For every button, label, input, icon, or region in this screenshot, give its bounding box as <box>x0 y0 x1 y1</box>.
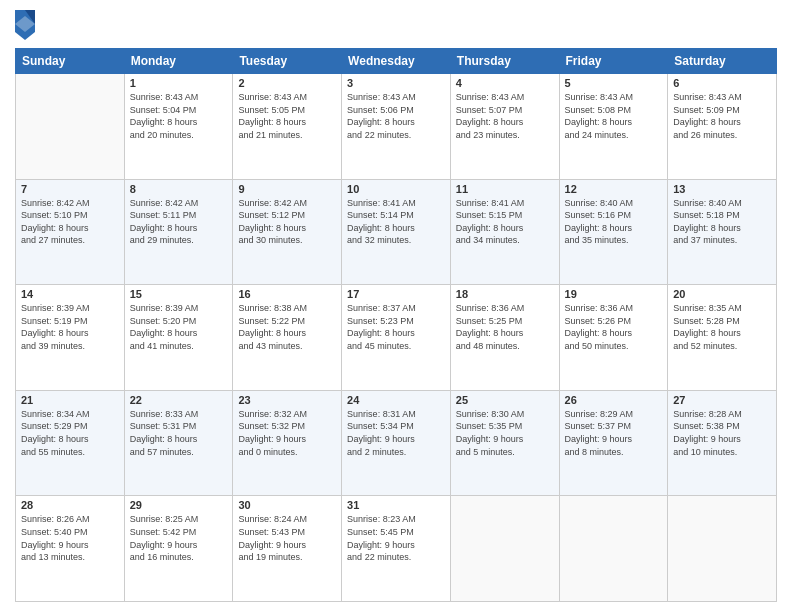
calendar-cell: 22Sunrise: 8:33 AMSunset: 5:31 PMDayligh… <box>124 390 233 496</box>
calendar-cell: 3Sunrise: 8:43 AMSunset: 5:06 PMDaylight… <box>342 74 451 180</box>
calendar-cell: 29Sunrise: 8:25 AMSunset: 5:42 PMDayligh… <box>124 496 233 602</box>
weekday-header-wednesday: Wednesday <box>342 49 451 74</box>
day-info: Sunrise: 8:25 AMSunset: 5:42 PMDaylight:… <box>130 513 228 563</box>
day-info: Sunrise: 8:41 AMSunset: 5:15 PMDaylight:… <box>456 197 554 247</box>
day-info: Sunrise: 8:35 AMSunset: 5:28 PMDaylight:… <box>673 302 771 352</box>
calendar-cell: 2Sunrise: 8:43 AMSunset: 5:05 PMDaylight… <box>233 74 342 180</box>
day-number: 11 <box>456 183 554 195</box>
calendar-cell: 23Sunrise: 8:32 AMSunset: 5:32 PMDayligh… <box>233 390 342 496</box>
day-info: Sunrise: 8:42 AMSunset: 5:10 PMDaylight:… <box>21 197 119 247</box>
calendar-cell: 21Sunrise: 8:34 AMSunset: 5:29 PMDayligh… <box>16 390 125 496</box>
day-number: 2 <box>238 77 336 89</box>
calendar-cell: 7Sunrise: 8:42 AMSunset: 5:10 PMDaylight… <box>16 179 125 285</box>
weekday-header-friday: Friday <box>559 49 668 74</box>
day-number: 24 <box>347 394 445 406</box>
calendar-cell <box>16 74 125 180</box>
day-number: 15 <box>130 288 228 300</box>
calendar-cell: 31Sunrise: 8:23 AMSunset: 5:45 PMDayligh… <box>342 496 451 602</box>
logo <box>15 10 39 40</box>
day-info: Sunrise: 8:43 AMSunset: 5:05 PMDaylight:… <box>238 91 336 141</box>
day-info: Sunrise: 8:32 AMSunset: 5:32 PMDaylight:… <box>238 408 336 458</box>
weekday-header-saturday: Saturday <box>668 49 777 74</box>
day-number: 14 <box>21 288 119 300</box>
calendar-cell: 1Sunrise: 8:43 AMSunset: 5:04 PMDaylight… <box>124 74 233 180</box>
day-info: Sunrise: 8:26 AMSunset: 5:40 PMDaylight:… <box>21 513 119 563</box>
day-number: 1 <box>130 77 228 89</box>
day-info: Sunrise: 8:36 AMSunset: 5:26 PMDaylight:… <box>565 302 663 352</box>
calendar-cell: 8Sunrise: 8:42 AMSunset: 5:11 PMDaylight… <box>124 179 233 285</box>
day-number: 31 <box>347 499 445 511</box>
day-info: Sunrise: 8:33 AMSunset: 5:31 PMDaylight:… <box>130 408 228 458</box>
day-number: 29 <box>130 499 228 511</box>
calendar-cell: 13Sunrise: 8:40 AMSunset: 5:18 PMDayligh… <box>668 179 777 285</box>
day-info: Sunrise: 8:40 AMSunset: 5:18 PMDaylight:… <box>673 197 771 247</box>
day-info: Sunrise: 8:43 AMSunset: 5:06 PMDaylight:… <box>347 91 445 141</box>
calendar-cell: 20Sunrise: 8:35 AMSunset: 5:28 PMDayligh… <box>668 285 777 391</box>
calendar-cell: 27Sunrise: 8:28 AMSunset: 5:38 PMDayligh… <box>668 390 777 496</box>
day-info: Sunrise: 8:31 AMSunset: 5:34 PMDaylight:… <box>347 408 445 458</box>
calendar-table: SundayMondayTuesdayWednesdayThursdayFrid… <box>15 48 777 602</box>
day-number: 23 <box>238 394 336 406</box>
weekday-header-thursday: Thursday <box>450 49 559 74</box>
calendar-cell: 4Sunrise: 8:43 AMSunset: 5:07 PMDaylight… <box>450 74 559 180</box>
calendar-cell: 10Sunrise: 8:41 AMSunset: 5:14 PMDayligh… <box>342 179 451 285</box>
day-number: 17 <box>347 288 445 300</box>
day-number: 20 <box>673 288 771 300</box>
day-info: Sunrise: 8:34 AMSunset: 5:29 PMDaylight:… <box>21 408 119 458</box>
calendar-cell <box>559 496 668 602</box>
calendar-cell: 28Sunrise: 8:26 AMSunset: 5:40 PMDayligh… <box>16 496 125 602</box>
calendar-cell: 12Sunrise: 8:40 AMSunset: 5:16 PMDayligh… <box>559 179 668 285</box>
day-number: 28 <box>21 499 119 511</box>
day-number: 10 <box>347 183 445 195</box>
calendar-cell: 26Sunrise: 8:29 AMSunset: 5:37 PMDayligh… <box>559 390 668 496</box>
day-number: 5 <box>565 77 663 89</box>
day-info: Sunrise: 8:42 AMSunset: 5:11 PMDaylight:… <box>130 197 228 247</box>
calendar-cell: 14Sunrise: 8:39 AMSunset: 5:19 PMDayligh… <box>16 285 125 391</box>
day-number: 4 <box>456 77 554 89</box>
day-info: Sunrise: 8:30 AMSunset: 5:35 PMDaylight:… <box>456 408 554 458</box>
day-number: 13 <box>673 183 771 195</box>
day-number: 30 <box>238 499 336 511</box>
calendar-cell: 17Sunrise: 8:37 AMSunset: 5:23 PMDayligh… <box>342 285 451 391</box>
calendar-cell: 9Sunrise: 8:42 AMSunset: 5:12 PMDaylight… <box>233 179 342 285</box>
calendar-week-4: 21Sunrise: 8:34 AMSunset: 5:29 PMDayligh… <box>16 390 777 496</box>
calendar-cell: 19Sunrise: 8:36 AMSunset: 5:26 PMDayligh… <box>559 285 668 391</box>
calendar-cell: 15Sunrise: 8:39 AMSunset: 5:20 PMDayligh… <box>124 285 233 391</box>
day-info: Sunrise: 8:37 AMSunset: 5:23 PMDaylight:… <box>347 302 445 352</box>
calendar-cell: 6Sunrise: 8:43 AMSunset: 5:09 PMDaylight… <box>668 74 777 180</box>
day-number: 27 <box>673 394 771 406</box>
calendar-cell <box>668 496 777 602</box>
calendar-cell: 16Sunrise: 8:38 AMSunset: 5:22 PMDayligh… <box>233 285 342 391</box>
calendar-cell: 11Sunrise: 8:41 AMSunset: 5:15 PMDayligh… <box>450 179 559 285</box>
calendar-cell: 25Sunrise: 8:30 AMSunset: 5:35 PMDayligh… <box>450 390 559 496</box>
day-info: Sunrise: 8:40 AMSunset: 5:16 PMDaylight:… <box>565 197 663 247</box>
day-number: 3 <box>347 77 445 89</box>
day-info: Sunrise: 8:28 AMSunset: 5:38 PMDaylight:… <box>673 408 771 458</box>
calendar-cell: 18Sunrise: 8:36 AMSunset: 5:25 PMDayligh… <box>450 285 559 391</box>
day-info: Sunrise: 8:43 AMSunset: 5:07 PMDaylight:… <box>456 91 554 141</box>
calendar-week-2: 7Sunrise: 8:42 AMSunset: 5:10 PMDaylight… <box>16 179 777 285</box>
day-info: Sunrise: 8:24 AMSunset: 5:43 PMDaylight:… <box>238 513 336 563</box>
day-number: 19 <box>565 288 663 300</box>
day-info: Sunrise: 8:38 AMSunset: 5:22 PMDaylight:… <box>238 302 336 352</box>
day-info: Sunrise: 8:36 AMSunset: 5:25 PMDaylight:… <box>456 302 554 352</box>
day-number: 22 <box>130 394 228 406</box>
calendar-week-5: 28Sunrise: 8:26 AMSunset: 5:40 PMDayligh… <box>16 496 777 602</box>
calendar-week-1: 1Sunrise: 8:43 AMSunset: 5:04 PMDaylight… <box>16 74 777 180</box>
day-info: Sunrise: 8:43 AMSunset: 5:09 PMDaylight:… <box>673 91 771 141</box>
day-info: Sunrise: 8:42 AMSunset: 5:12 PMDaylight:… <box>238 197 336 247</box>
calendar-cell: 5Sunrise: 8:43 AMSunset: 5:08 PMDaylight… <box>559 74 668 180</box>
day-number: 12 <box>565 183 663 195</box>
day-number: 7 <box>21 183 119 195</box>
calendar-cell: 30Sunrise: 8:24 AMSunset: 5:43 PMDayligh… <box>233 496 342 602</box>
header <box>15 10 777 40</box>
logo-icon <box>15 10 35 40</box>
day-number: 9 <box>238 183 336 195</box>
calendar-cell <box>450 496 559 602</box>
day-info: Sunrise: 8:43 AMSunset: 5:04 PMDaylight:… <box>130 91 228 141</box>
day-info: Sunrise: 8:43 AMSunset: 5:08 PMDaylight:… <box>565 91 663 141</box>
day-number: 6 <box>673 77 771 89</box>
day-info: Sunrise: 8:39 AMSunset: 5:19 PMDaylight:… <box>21 302 119 352</box>
calendar-week-3: 14Sunrise: 8:39 AMSunset: 5:19 PMDayligh… <box>16 285 777 391</box>
day-info: Sunrise: 8:29 AMSunset: 5:37 PMDaylight:… <box>565 408 663 458</box>
